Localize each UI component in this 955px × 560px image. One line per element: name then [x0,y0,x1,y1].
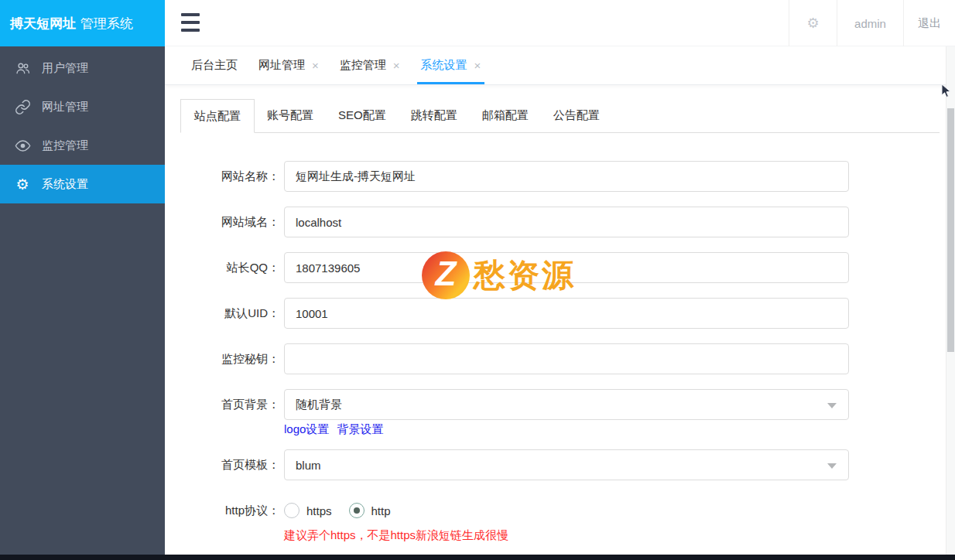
field-label: 网站名称： [165,169,284,184]
logout-label: 退出 [918,16,941,31]
caret-down-icon [827,463,837,469]
close-icon[interactable]: × [393,59,400,72]
close-icon[interactable]: × [312,59,319,72]
ctab-label: 账号配置 [267,108,313,121]
page-tabbar: 后台主页 网址管理 × 监控管理 × 系统设置 × [165,46,955,85]
site-config-form: 网站名称： 网站域名： 站长QQ： 默认UID： 监控秘钥： 首页背景： [165,161,955,560]
form-row-home-template: 首页模板： blum [165,449,955,480]
background-settings-link[interactable]: 背景设置 [337,422,384,435]
radio-circle-checked-icon[interactable] [349,503,365,518]
form-row-site-domain: 网站域名： [165,207,955,237]
field-label: 首页背景： [165,398,284,412]
ctab-redirect-config[interactable]: 跳转配置 [399,98,470,132]
main-content: 后台主页 网址管理 × 监控管理 × 系统设置 × 站点配置 账号配置 [165,46,955,560]
ctab-notice-config[interactable]: 公告配置 [541,98,612,132]
tab-settings[interactable]: 系统设置 × [421,46,481,84]
form-row-protocol: http协议： https http [165,495,955,526]
tab-label: 网址管理 [258,58,305,73]
site-domain-input[interactable] [284,207,849,237]
sidebar-item-urls[interactable]: 网址管理 [0,87,165,126]
caret-down-icon [827,403,837,408]
radio-label: http [371,504,391,517]
logo-settings-link[interactable]: logo设置 [284,422,329,435]
tab-label: 后台主页 [191,58,238,73]
sidebar-nav: 用户管理 网址管理 监控管理 ⚙ 系统设置 [0,46,165,560]
radio-http[interactable]: http [349,503,391,518]
ctab-label: SEO配置 [338,108,386,121]
form-row-monitor-key: 监控秘钥： [165,343,955,374]
select-value: 随机背景 [296,398,342,412]
field-label: http协议： [165,504,284,518]
radio-https[interactable]: https [284,503,332,518]
protocol-hint-text: 建议弄个https，不是https新浪短链生成很慢 [284,528,955,543]
form-row-site-name: 网站名称： [165,161,955,192]
ctab-account-config[interactable]: 账号配置 [255,98,326,132]
webmaster-qq-input[interactable] [284,252,849,283]
sidebar-item-label: 网址管理 [42,100,88,114]
radio-label: https [306,504,332,517]
radio-circle-icon[interactable] [284,503,300,518]
home-bg-links: logo设置 背景设置 [284,422,955,437]
close-icon[interactable]: × [474,59,481,72]
tab-label: 监控管理 [340,58,386,73]
form-row-default-uid: 默认UID： [165,298,955,329]
field-label: 网站域名： [165,215,284,230]
sidebar-item-users[interactable]: 用户管理 [0,49,165,87]
gear-icon: ⚙ [806,15,819,32]
menu-toggle-icon[interactable] [181,13,200,33]
logout-button[interactable]: 退出 [903,0,955,46]
sidebar-item-label: 系统设置 [42,177,88,192]
field-label: 默认UID： [165,306,284,321]
monitor-key-input[interactable] [284,343,849,374]
ctab-mail-config[interactable]: 邮箱配置 [470,98,541,132]
home-template-select[interactable]: blum [284,449,849,480]
scrollbar-thumb[interactable] [947,108,954,352]
tab-dashboard[interactable]: 后台主页 [191,46,238,84]
home-bg-select[interactable]: 随机背景 [284,389,849,420]
app-window: 搏天短网址 管理系统 ⚙ admin 退出 用户管理 [0,0,955,560]
select-value: blum [296,459,321,472]
tab-label: 系统设置 [421,58,467,73]
ctab-site-config[interactable]: 站点配置 [180,99,255,133]
sidebar-item-monitor[interactable]: 监控管理 [0,126,165,165]
ctab-label: 站点配置 [194,109,241,122]
ctab-label: 跳转配置 [411,108,457,121]
users-icon [14,60,31,77]
config-tabbar: 站点配置 账号配置 SEO配置 跳转配置 邮箱配置 公告配置 [180,98,940,133]
site-name-input[interactable] [284,161,849,192]
tab-urls[interactable]: 网址管理 × [258,46,319,84]
user-menu[interactable]: admin [837,0,903,46]
logo-subtitle: 管理系统 [80,15,133,32]
ctab-label: 邮箱配置 [482,108,529,121]
settings-button[interactable]: ⚙ [789,0,837,46]
eye-icon [14,137,31,154]
form-row-home-bg: 首页背景： 随机背景 [165,389,955,420]
vertical-scrollbar[interactable] [946,46,955,555]
username-label: admin [854,17,886,30]
top-header: 搏天短网址 管理系统 ⚙ admin 退出 [0,0,955,46]
field-label: 监控秘钥： [165,352,284,367]
gear-icon: ⚙ [14,176,31,193]
tab-monitor[interactable]: 监控管理 × [340,46,400,84]
sidebar-item-label: 监控管理 [42,138,88,153]
app-logo: 搏天短网址 管理系统 [0,0,165,46]
bottom-edge-bar [0,555,955,560]
ctab-seo-config[interactable]: SEO配置 [326,98,399,132]
sidebar-item-label: 用户管理 [42,61,88,76]
form-row-qq: 站长QQ： [165,252,955,283]
field-label: 首页模板： [165,458,284,473]
logo-brand-text: 搏天短网址 [10,15,76,32]
ctab-label: 公告配置 [553,108,600,121]
default-uid-input[interactable] [284,298,849,329]
field-label: 站长QQ： [165,261,284,275]
sidebar-item-settings[interactable]: ⚙ 系统设置 [0,165,165,203]
link-icon [14,98,31,115]
header-actions: ⚙ admin 退出 [789,0,955,46]
